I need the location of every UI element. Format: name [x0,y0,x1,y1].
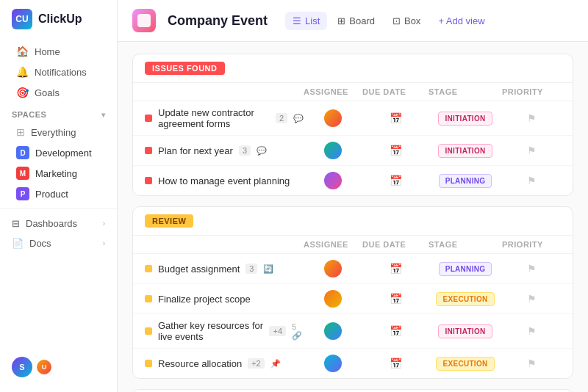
flag-icon: ⚑ [527,112,537,124]
task-dot [145,115,152,122]
table-header-review: ASSIGNEE DUE DATE STAGE PRIORITY [133,236,573,254]
stage-cell[interactable]: INITIATION [429,112,502,126]
priority-cell[interactable]: ⚑ [502,145,561,156]
sidebar-item-docs[interactable]: 📄 Docs › [0,233,117,253]
flag-icon: ⚑ [527,175,537,186]
table-row[interactable]: Resource allocation +2 📌 📅 EXECUTION ⚑ [133,349,573,378]
sidebar-item-home[interactable]: 🏠 Home [4,41,112,62]
sidebar-item-label: Home [35,46,60,57]
avatar [324,142,342,159]
calendar-icon: 📅 [390,112,402,124]
space-dot-development: D [16,146,29,159]
stage-cell[interactable]: INITIATION [429,144,502,158]
chevron-right-icon: › [103,239,105,247]
view-board-button[interactable]: ⊞ Board [330,12,382,30]
stage-cell[interactable]: INITIATION [429,324,502,338]
table-row[interactable]: Update new contractor agreement forms 2 … [133,101,573,136]
table-row[interactable]: How to manage event planning 📅 PLANNING … [133,166,573,195]
task-name: Update new contractor agreement forms 2 … [145,107,304,129]
comment-icon: 💬 [293,114,304,123]
sidebar-item-label: Notifications [35,67,87,78]
issues-section: ISSUES FOUND ASSIGNEE DUE DATE STAGE PRI… [132,54,573,196]
table-row[interactable]: Gather key resources for live events +4 … [133,314,573,349]
table-row[interactable]: Finalize project scope 📅 EXECUTION ⚑ [133,284,573,314]
task-name: Plan for next year 3 💬 [145,145,304,156]
app-logo: CU ClickUp [0,9,117,41]
refresh-icon: 🔄 [263,264,273,274]
user-avatar-secondary: U [37,360,51,374]
stage-cell[interactable]: EXECUTION [429,292,502,306]
project-icon [132,9,156,32]
task-name: How to manage event planning [145,175,304,186]
due-date-cell[interactable]: 📅 [362,263,429,275]
pin-icon: 📌 [270,359,281,369]
box-icon: ⊡ [392,15,401,26]
assignee-cell [304,109,362,127]
due-date-cell[interactable]: 📅 [362,325,429,337]
table-row[interactable]: Plan for next year 3 💬 📅 INITIATION ⚑ [133,136,573,166]
comment-icon: 💬 [257,146,267,156]
priority-cell[interactable]: ⚑ [502,357,561,369]
sidebar-bottom: ⊟ Dashboards › 📄 Docs › [0,208,117,258]
sidebar-item-development[interactable]: D Development [4,142,112,163]
home-icon: 🏠 [16,46,29,57]
sidebar-item-everything[interactable]: ⊞ Everything [4,122,112,142]
assignee-cell [304,290,362,308]
page-header: Company Event ☰ List ⊞ Board ⊡ Box + Add… [118,0,588,42]
issues-badge: ISSUES FOUND [145,62,225,75]
user-avatar[interactable]: S [12,357,32,377]
stage-badge: INITIATION [438,144,492,158]
goals-icon: 🎯 [16,87,29,98]
task-dot [145,177,152,184]
task-name: Resource allocation +2 📌 [145,358,304,369]
stage-badge: EXECUTION [436,292,494,306]
due-date-cell[interactable]: 📅 [362,112,429,124]
table-header-issues: ASSIGNEE DUE DATE STAGE PRIORITY [133,83,573,101]
due-date-cell[interactable]: 📅 [362,175,429,186]
view-list-button[interactable]: ☰ List [285,12,327,30]
dashboard-icon: ⊟ [12,218,20,229]
sidebar-item-product[interactable]: P Product [4,184,112,204]
flag-icon: ⚑ [527,357,537,369]
stage-cell[interactable]: PLANNING [429,262,502,276]
priority-cell[interactable]: ⚑ [502,112,561,124]
sidebar: CU ClickUp 🏠 Home 🔔 Notifications 🎯 Goal… [0,0,118,392]
ready-section: READY ASSIGNEE DUE DATE STAGE PRIORITY N… [132,389,573,392]
chevron-right-icon: › [103,219,105,228]
priority-cell[interactable]: ⚑ [502,175,561,186]
table-row[interactable]: Budget assignment 3 🔄 📅 PLANNING ⚑ [133,254,573,284]
view-tabs: ☰ List ⊞ Board ⊡ Box + Add view [285,12,492,30]
due-date-cell[interactable]: 📅 [362,293,429,305]
view-box-button[interactable]: ⊡ Box [385,12,428,30]
sidebar-item-dashboards[interactable]: ⊟ Dashboards › [0,214,117,233]
sidebar-item-label: Development [35,148,92,159]
sidebar-nav: 🏠 Home 🔔 Notifications 🎯 Goals [0,41,117,103]
add-view-button[interactable]: + Add view [431,12,492,30]
task-name: Budget assignment 3 🔄 [145,264,304,275]
stage-badge: PLANNING [439,262,492,276]
assignee-cell [304,172,362,189]
sidebar-item-goals[interactable]: 🎯 Goals [4,82,112,103]
sidebar-item-marketing[interactable]: M Marketing [4,163,112,184]
main-content: Company Event ☰ List ⊞ Board ⊡ Box + Add… [118,0,588,392]
section-header-issues: ISSUES FOUND [133,54,573,83]
sidebar-item-notifications[interactable]: 🔔 Notifications [4,62,112,82]
priority-cell[interactable]: ⚑ [502,293,561,305]
flag-icon: ⚑ [527,325,537,337]
stage-cell[interactable]: PLANNING [429,174,502,188]
priority-cell[interactable]: ⚑ [502,325,561,337]
avatar [324,260,342,277]
assignee-cell [304,322,362,340]
due-date-cell[interactable]: 📅 [362,357,429,369]
sidebar-footer: S U [0,351,117,383]
priority-cell[interactable]: ⚑ [502,263,561,275]
app-name: ClickUp [38,12,82,26]
sidebar-item-label: Goals [35,87,60,98]
flag-icon: ⚑ [527,145,537,156]
due-date-cell[interactable]: 📅 [362,145,429,156]
calendar-icon: 📅 [390,145,402,156]
stage-cell[interactable]: EXECUTION [429,357,502,371]
task-name: Finalize project scope [145,294,304,305]
calendar-icon: 📅 [390,175,402,186]
task-dot [145,147,152,154]
